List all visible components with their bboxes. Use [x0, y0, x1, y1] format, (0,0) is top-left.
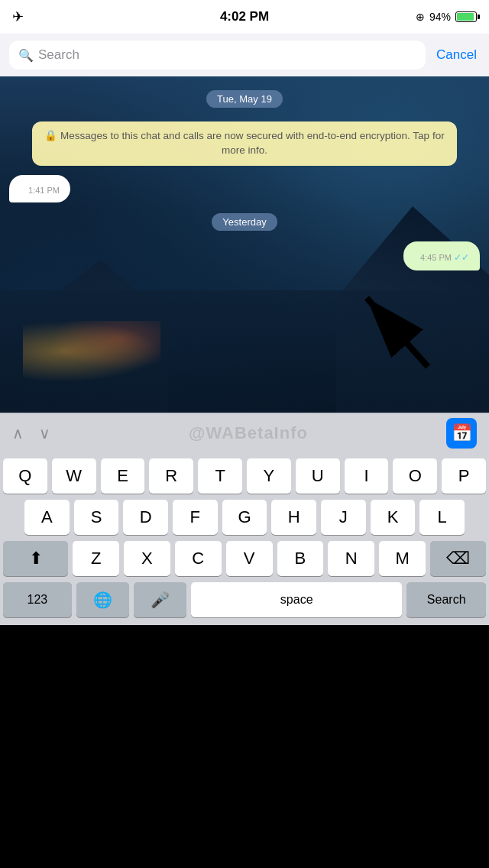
key-t[interactable]: T [198, 458, 242, 494]
cancel-button[interactable]: Cancel [433, 47, 480, 63]
keyboard-row-1: Q W E R T Y U I O P [3, 458, 486, 494]
watermark: @WABetaInfo [66, 423, 431, 443]
keyboard: Q W E R T Y U I O P A S D F G H J K L ⬆ … [0, 452, 489, 625]
keyboard-bottom-row: 123 🌐 🎤 space Search [3, 582, 486, 617]
key-i[interactable]: I [345, 458, 389, 494]
search-bar: 🔍 Cancel [0, 34, 489, 76]
search-input-wrapper[interactable]: 🔍 [9, 40, 426, 70]
keyboard-row-3: ⬆ Z X C V B N M ⌫ [3, 541, 486, 576]
system-message[interactable]: 🔒 Messages to this chat and calls are no… [32, 121, 457, 166]
key-g[interactable]: G [222, 500, 267, 535]
date-badge-2-label: Yesterday [212, 213, 277, 231]
key-w[interactable]: W [52, 458, 96, 494]
status-time: 4:02 PM [220, 9, 269, 24]
status-bar: ✈ 4:02 PM ⊕ 94% [0, 0, 489, 34]
airplane-icon: ✈ [12, 8, 24, 25]
battery-percent: 94% [429, 11, 451, 23]
outgoing-bubble: 4:45 PM ✓✓ [403, 241, 480, 270]
svg-line-1 [367, 298, 428, 367]
date-badge-1: Tue, May 19 [9, 90, 480, 108]
nav-up-arrow[interactable]: ∧ [12, 424, 24, 442]
globe-key[interactable]: 🌐 [76, 582, 129, 617]
key-l[interactable]: L [419, 500, 465, 535]
search-icon: 🔍 [18, 48, 34, 63]
key-x[interactable]: X [124, 541, 170, 576]
key-j[interactable]: J [321, 500, 366, 535]
key-h[interactable]: H [271, 500, 316, 535]
date-badge-1-label: Tue, May 19 [206, 90, 283, 108]
incoming-time: 1:41 PM [20, 186, 60, 195]
date-badge-2: Yesterday [9, 213, 480, 231]
nav-down-arrow[interactable]: ∨ [39, 424, 50, 442]
location-icon: ⊕ [416, 11, 425, 23]
calendar-icon: 📅 [452, 423, 472, 443]
battery-icon [455, 11, 477, 22]
outgoing-time: 4:45 PM ✓✓ [414, 252, 469, 263]
space-key[interactable]: space [191, 582, 402, 617]
key-u[interactable]: U [296, 458, 340, 494]
outgoing-message-row: 4:45 PM ✓✓ [9, 241, 480, 270]
chat-area: Tue, May 19 🔒 Messages to this chat and … [0, 76, 489, 413]
key-y[interactable]: Y [247, 458, 291, 494]
key-m[interactable]: M [379, 541, 426, 576]
key-n[interactable]: N [328, 541, 374, 576]
key-b[interactable]: B [277, 541, 324, 576]
key-c[interactable]: C [175, 541, 222, 576]
incoming-message-row: 1:41 PM [9, 175, 480, 202]
key-r[interactable]: R [149, 458, 193, 494]
microphone-key[interactable]: 🎤 [134, 582, 186, 617]
status-right: ⊕ 94% [416, 11, 477, 23]
key-e[interactable]: E [101, 458, 145, 494]
search-key[interactable]: Search [406, 582, 486, 617]
battery-fill [457, 13, 474, 21]
incoming-bubble: 1:41 PM [9, 175, 70, 202]
nav-row: ∧ ∨ @WABetaInfo 📅 [0, 413, 489, 452]
search-input[interactable] [38, 47, 416, 63]
key-a[interactable]: A [24, 500, 70, 535]
backspace-key[interactable]: ⌫ [430, 541, 486, 576]
key-z[interactable]: Z [73, 541, 119, 576]
key-d[interactable]: D [123, 500, 168, 535]
key-k[interactable]: K [371, 500, 416, 535]
keyboard-row-2: A S D F G H J K L [3, 500, 486, 535]
key-v[interactable]: V [226, 541, 273, 576]
status-left: ✈ [12, 8, 24, 25]
numbers-key[interactable]: 123 [3, 582, 72, 617]
key-p[interactable]: P [442, 458, 486, 494]
key-s[interactable]: S [74, 500, 119, 535]
key-q[interactable]: Q [3, 458, 47, 494]
calendar-button[interactable]: 📅 [446, 418, 477, 449]
check-marks-icon: ✓✓ [454, 252, 469, 263]
shift-key[interactable]: ⬆ [3, 541, 68, 576]
key-o[interactable]: O [393, 458, 437, 494]
arrow-annotation [351, 283, 443, 377]
key-f[interactable]: F [173, 500, 218, 535]
